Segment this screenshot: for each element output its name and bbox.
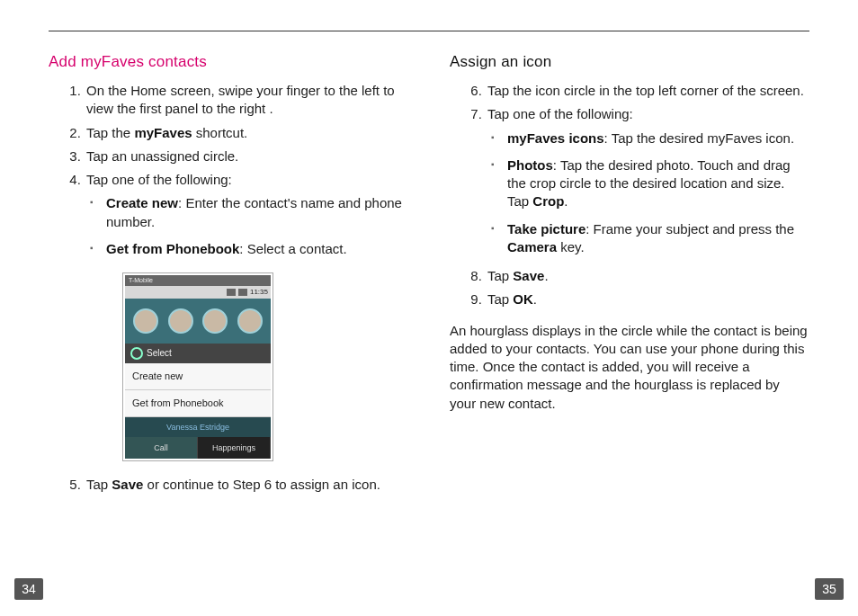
phone-carrier-text: T-Mobile [129,276,153,284]
left-column: Add myFaves contacts On the Home screen,… [49,53,408,499]
right-column: Assign an icon Tap the icon circle in th… [450,53,809,499]
step-3: Tap an unassigned circle. [85,147,408,165]
page-number-right: 35 [815,578,844,600]
phone-avatars-row [125,299,271,344]
step-2-text-a: Tap the [86,125,134,140]
step-7: Tap one of the following: myFaves icons:… [486,105,809,256]
step-7-sub-2: Photos: Tap the desired photo. Touch and… [507,156,809,211]
signal-icon [227,289,236,296]
avatar [237,308,263,334]
take-picture-text-1: : Frame your subject and press the [585,221,794,237]
heading-add-myfaves: Add myFaves contacts [49,53,408,71]
steps-left: On the Home screen, swipe your finger to… [49,82,408,494]
step-4-text: Tap one of the following: [86,172,232,187]
step-9-text-c: . [533,291,537,307]
phone-popup-option-phonebook: Get from Phonebook [125,390,271,417]
avatar [168,308,193,334]
take-picture-bold: Take picture [507,221,585,237]
crop-bold: Crop [532,193,564,209]
step-4-sublist: Create new: Enter the contact's name and… [86,194,408,258]
phone-contact-name: Vanessa Estridge [166,422,229,433]
step-7-text: Tap one of the following: [487,106,633,121]
phone-popup-option-create-new: Create new [125,363,271,390]
photos-text-2: . [564,193,568,209]
take-picture-text-2: key. [557,239,585,254]
phone-tab-call: Call [125,437,198,459]
step-4-sub-1: Create new: Enter the contact's name and… [106,194,408,231]
battery-icon [238,289,247,296]
phone-popup-header: Select [125,344,271,363]
steps-right: Tap the icon circle in the top left corn… [450,82,809,256]
step-7-sub-1: myFaves icons: Tap the desired myFaves i… [507,129,809,147]
myfaves-icons-text: : Tap the desired myFaves icon. [604,130,795,146]
heading-assign-icon: Assign an icon [450,53,809,71]
phone-popup-title: Select [147,347,172,360]
phone-tab-happenings: Happenings [198,437,271,459]
myfaves-icons-bold: myFaves icons [507,130,604,146]
step-2-bold: myFaves [134,125,192,140]
camera-bold: Camera [507,239,557,254]
step-8-text-a: Tap [487,268,513,283]
step-2: Tap the myFaves shortcut. [85,124,408,142]
step-6: Tap the icon circle in the top left corn… [486,82,809,100]
phone-carrier-bar: T-Mobile [125,275,271,286]
step-7-sub-3: Take picture: Frame your subject and pre… [507,220,809,257]
step-1: On the Home screen, swipe your finger to… [85,82,408,119]
step-8-text-c: . [544,268,548,283]
columns: Add myFaves contacts On the Home screen,… [49,53,809,499]
step-4: Tap one of the following: Create new: En… [85,171,408,461]
step-5: Tap Save or continue to Step 6 to assign… [85,476,408,494]
photos-bold: Photos [507,157,553,173]
create-new-bold: Create new [106,195,178,210]
step-2-text-c: shortcut. [192,125,248,140]
step-5-bold: Save [112,477,143,492]
steps-right-2: Tap Save. Tap OK. [450,267,809,309]
page-number-left: 34 [14,578,43,600]
step-8-bold: Save [513,268,544,283]
manual-page: Add myFaves contacts On the Home screen,… [0,0,858,616]
phone-bottom-tabs: Call Happenings [125,437,271,459]
divider [49,31,809,31]
step-8: Tap Save. [486,267,809,285]
closing-note: An hourglass displays in the circle whil… [450,322,809,413]
avatar [202,308,228,334]
avatar [133,308,158,334]
step-9: Tap OK. [486,290,809,308]
step-5-text-a: Tap [86,477,112,492]
phone-status-bar: 11:35 [125,286,271,299]
phone-contact-name-row: Vanessa Estridge [125,417,271,437]
step-4-sub-2: Get from Phonebook: Select a contact. [106,240,408,258]
phone-screenshot: T-Mobile 11:35 [122,272,273,461]
step-9-bold: OK [513,291,533,307]
phone-time: 11:35 [250,288,268,298]
step-9-text-a: Tap [487,291,513,307]
get-phonebook-text: : Select a contact. [239,241,346,256]
get-phonebook-bold: Get from Phonebook [106,241,239,256]
step-5-text-c: or continue to Step 6 to assign an icon. [143,477,380,492]
step-7-sublist: myFaves icons: Tap the desired myFaves i… [487,129,809,257]
